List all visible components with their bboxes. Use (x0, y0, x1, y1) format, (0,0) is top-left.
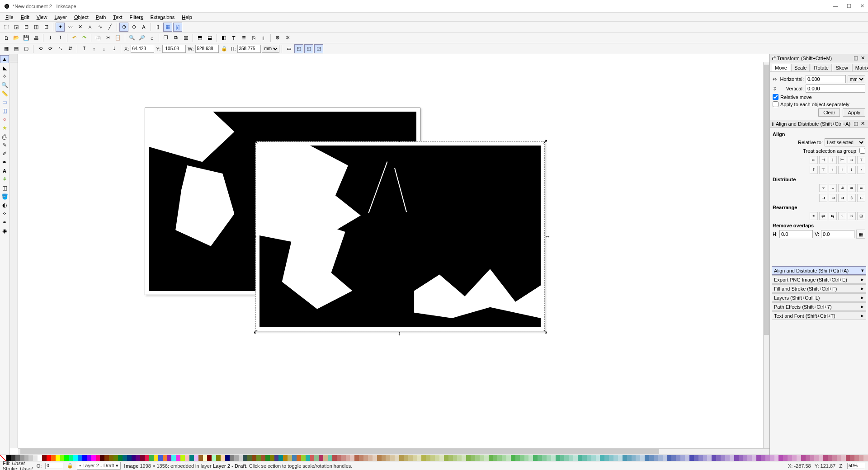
menu-help[interactable]: Help (178, 14, 196, 21)
snap-text-icon[interactable]: A (139, 23, 148, 32)
color-swatch[interactable] (82, 455, 87, 461)
color-swatch[interactable] (828, 455, 832, 461)
graph-icon[interactable]: ⚭ (810, 212, 818, 220)
transform-detach-icon[interactable]: ◫ (852, 55, 859, 61)
color-swatch[interactable] (788, 455, 792, 461)
color-swatch[interactable] (33, 455, 38, 461)
color-swatch[interactable] (69, 455, 73, 461)
snap-page-icon[interactable]: ▯ (153, 23, 162, 32)
color-swatch[interactable] (596, 455, 600, 461)
connector-tool-icon[interactable]: ⚭ (0, 218, 9, 226)
color-swatch[interactable] (252, 455, 256, 461)
color-swatch[interactable] (149, 455, 154, 461)
align-top-out-icon[interactable]: ⤒ (810, 166, 818, 174)
selected-image[interactable]: ↖ ↕ ↗ ↔ ↔ ↙ ↕ ↘ (255, 141, 545, 331)
relative-to-select[interactable]: Last selected (825, 138, 865, 146)
dist-hgap-icon[interactable]: ⇹ (848, 184, 856, 192)
pencil-tool-icon[interactable]: ✎ (0, 141, 9, 149)
dropper-tool-icon[interactable]: ⁘ (0, 210, 9, 218)
align-right-icon[interactable]: ⊢ (838, 156, 846, 164)
color-swatch[interactable] (743, 455, 747, 461)
affect-gradient-icon[interactable]: ◱ (304, 44, 313, 53)
dist-right-icon[interactable]: ⫡ (838, 184, 846, 192)
color-swatch[interactable] (439, 455, 444, 461)
color-swatch[interactable] (747, 455, 752, 461)
color-swatch[interactable] (850, 455, 854, 461)
snap-bbox-icon[interactable]: ⬚ (2, 23, 11, 32)
zoom-draw-icon[interactable]: 🔎 (137, 33, 146, 42)
bezier-tool-icon[interactable]: ✐ (0, 150, 9, 158)
color-swatch[interactable] (752, 455, 756, 461)
color-swatch[interactable] (421, 455, 426, 461)
color-swatch[interactable] (810, 455, 815, 461)
color-swatch[interactable] (225, 455, 230, 461)
treat-group-checkbox[interactable] (859, 148, 865, 154)
snap-misc1-icon[interactable]: ⊕ (119, 23, 128, 32)
color-swatch[interactable] (78, 455, 82, 461)
w-input[interactable] (195, 45, 219, 53)
open-icon[interactable]: 📂 (12, 33, 21, 42)
color-swatch[interactable] (649, 455, 654, 461)
color-swatch[interactable] (806, 455, 810, 461)
xml-icon[interactable]: ⎘ (249, 33, 258, 42)
color-swatch[interactable] (145, 455, 149, 461)
affect-pattern-icon[interactable]: ◲ (314, 44, 323, 53)
menu-text[interactable]: Text (109, 14, 126, 21)
snap-rotcenter-icon[interactable]: ⊙ (129, 23, 138, 32)
color-swatch[interactable] (167, 455, 172, 461)
color-swatch[interactable] (734, 455, 739, 461)
sel-handle-se[interactable]: ↘ (542, 329, 547, 334)
color-swatch[interactable] (623, 455, 627, 461)
color-swatch[interactable] (265, 455, 270, 461)
zoom-page-icon[interactable]: ⌕ (147, 33, 156, 42)
prefs-icon[interactable]: ⚙ (273, 33, 282, 42)
color-swatch[interactable] (703, 455, 708, 461)
color-swatch[interactable] (680, 455, 685, 461)
color-swatch[interactable] (354, 455, 359, 461)
color-swatch[interactable] (96, 455, 100, 461)
color-swatch[interactable] (453, 455, 458, 461)
color-swatch[interactable] (292, 455, 297, 461)
color-swatch[interactable] (185, 455, 189, 461)
color-swatch[interactable] (359, 455, 363, 461)
calligraphy-tool-icon[interactable]: ✒ (0, 158, 9, 166)
color-swatch[interactable] (198, 455, 203, 461)
color-swatch[interactable] (100, 455, 104, 461)
ungroup-icon[interactable]: ⬓ (205, 33, 214, 42)
color-swatch[interactable] (587, 455, 591, 461)
minimize-button[interactable]: — (833, 3, 838, 9)
color-swatch[interactable] (716, 455, 721, 461)
align-text-icon[interactable]: T (857, 156, 865, 164)
color-swatch[interactable] (310, 455, 315, 461)
color-swatch[interactable] (591, 455, 596, 461)
color-swatch[interactable] (408, 455, 413, 461)
color-swatch[interactable] (346, 455, 350, 461)
affect-corner-icon[interactable]: ◰ (294, 44, 303, 53)
tab-matrix[interactable]: Matrix (852, 64, 868, 71)
color-swatch[interactable] (671, 455, 676, 461)
lock-wh-icon[interactable]: 🔒 (220, 44, 229, 53)
color-swatch[interactable] (761, 455, 765, 461)
sel-handle-ne[interactable]: ↗ (542, 139, 547, 144)
align-close-icon[interactable]: ✕ (859, 121, 866, 127)
lower-bottom-icon[interactable]: ⤓ (109, 44, 118, 53)
color-swatch[interactable] (448, 455, 453, 461)
ellipse-tool-icon[interactable]: ○ (0, 115, 9, 123)
color-swatch[interactable] (520, 455, 524, 461)
x-input[interactable] (131, 45, 154, 53)
color-swatch[interactable] (328, 455, 332, 461)
y-input[interactable] (162, 45, 186, 53)
color-palette[interactable] (0, 455, 868, 461)
align-top-icon[interactable]: ⊤ (819, 166, 827, 174)
color-swatch[interactable] (528, 455, 533, 461)
align-left-out-icon[interactable]: ⇤ (810, 156, 818, 164)
color-swatch[interactable] (600, 455, 604, 461)
color-swatch[interactable] (538, 455, 542, 461)
snap-path-icon[interactable]: 〰 (66, 23, 75, 32)
color-swatch[interactable] (627, 455, 632, 461)
color-swatch[interactable] (426, 455, 430, 461)
unit-select[interactable]: mm (262, 45, 279, 53)
color-swatch[interactable] (180, 455, 185, 461)
tab-skew[interactable]: Skew (833, 64, 851, 71)
color-swatch[interactable] (493, 455, 497, 461)
